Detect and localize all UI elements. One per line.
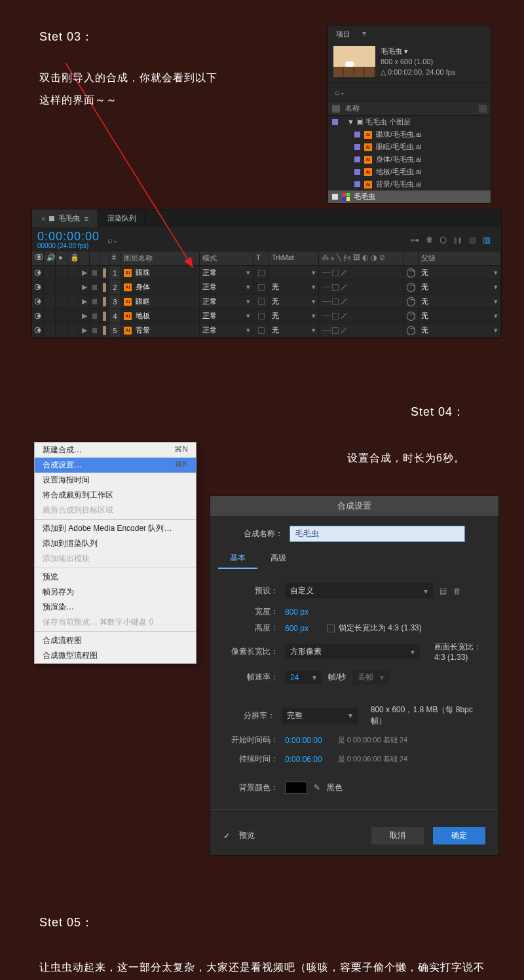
- resolution-dropdown[interactable]: 完整▾: [282, 708, 358, 723]
- preserve-transparency-icon[interactable]: [258, 313, 265, 319]
- timeline-layer-row[interactable]: ▶ 3 Ai眼眶 正常▾ 无▾ 无▾: [32, 295, 501, 309]
- layer-switches[interactable]: [319, 309, 404, 323]
- panel-menu-icon[interactable]: ≡: [361, 28, 367, 41]
- audio-header-icon[interactable]: 🔊: [47, 253, 56, 261]
- project-tab[interactable]: 项目: [335, 28, 352, 41]
- menu-crop-work-area[interactable]: 将合成裁剪到工作区: [35, 488, 196, 503]
- menu-save-frame[interactable]: 帧另存为: [35, 585, 196, 600]
- cancel-button[interactable]: 取消: [371, 827, 424, 844]
- layer-twirl-icon[interactable]: ▶: [79, 309, 90, 323]
- layer-label-color[interactable]: [103, 312, 106, 321]
- par-dropdown[interactable]: 方形像素▾: [285, 644, 420, 659]
- parent-pickwhip-icon[interactable]: [407, 297, 415, 306]
- layer-label-color[interactable]: [103, 283, 106, 292]
- layer-parent-dropdown[interactable]: 无▾: [419, 323, 501, 337]
- project-search[interactable]: ⌕▾: [328, 82, 491, 101]
- project-asset-row[interactable]: Ai地板/毛毛虫.ai: [328, 166, 491, 178]
- timeline-tab-active[interactable]: × 毛毛虫 ≡: [32, 209, 98, 227]
- layer-visibility-icon[interactable]: [35, 313, 41, 319]
- layer-trkmat-dropdown[interactable]: 无▾: [269, 280, 319, 294]
- layer-twirl-icon[interactable]: ▶: [79, 266, 90, 280]
- layer-shy-icon[interactable]: [92, 314, 97, 319]
- layer-twirl-icon[interactable]: ▶: [79, 295, 90, 308]
- layer-parent-dropdown[interactable]: 无▾: [419, 266, 501, 280]
- menu-prerender[interactable]: 预渲染…: [35, 600, 196, 615]
- layer-visibility-icon[interactable]: [35, 327, 41, 333]
- menu-add-to-render-queue[interactable]: 添加到渲染队列: [35, 536, 196, 551]
- timeline-tab-render[interactable]: 渲染队列: [98, 209, 146, 227]
- layer-visibility-icon[interactable]: [35, 284, 41, 290]
- project-asset-row[interactable]: Ai身体/毛毛虫.ai: [328, 153, 491, 166]
- save-preset-icon[interactable]: ▤: [440, 587, 447, 596]
- layer-switches[interactable]: [319, 295, 404, 308]
- preserve-transparency-icon[interactable]: [258, 284, 265, 291]
- tl-tool-icon-2[interactable]: ❋: [426, 235, 433, 245]
- timeline-search[interactable]: ⌕▾: [107, 235, 118, 245]
- preserve-transparency-icon[interactable]: [258, 299, 265, 305]
- tl-tool-icon-5[interactable]: ◎: [469, 235, 476, 245]
- solo-header-icon[interactable]: ●: [58, 253, 63, 261]
- layer-label-color[interactable]: [103, 326, 106, 335]
- layer-visibility-icon[interactable]: [35, 270, 41, 276]
- timeline-layer-row[interactable]: ▶ 2 Ai身体 正常▾ 无▾ 无▾: [32, 280, 501, 295]
- tl-tool-icon-1[interactable]: ⊶: [411, 235, 419, 245]
- layer-shy-icon[interactable]: [92, 270, 97, 276]
- layer-shy-icon[interactable]: [92, 285, 97, 290]
- duration-input[interactable]: 0:00:06:00: [285, 755, 322, 764]
- layer-parent-dropdown[interactable]: 无▾: [419, 309, 501, 323]
- name-column-header[interactable]: 名称: [345, 103, 360, 113]
- menu-flowchart[interactable]: 合成流程图: [35, 633, 196, 648]
- project-asset-row[interactable]: Ai眼珠/毛毛虫.ai: [328, 128, 491, 141]
- tl-tool-icon-4[interactable]: ⫿⫿: [453, 235, 462, 245]
- lock-header-icon[interactable]: 🔒: [70, 253, 79, 261]
- tl-tool-icon-3[interactable]: ⬡: [440, 235, 447, 245]
- preserve-transparency-icon[interactable]: [258, 327, 265, 334]
- timeline-layer-row[interactable]: ▶ 4 Ai地板 正常▾ 无▾ 无▾: [32, 309, 501, 323]
- tab-menu-icon[interactable]: ≡: [84, 215, 88, 223]
- width-value[interactable]: 800 px: [285, 608, 309, 617]
- layer-parent-dropdown[interactable]: 无▾: [419, 295, 501, 308]
- delete-preset-icon[interactable]: 🗑: [453, 587, 461, 596]
- project-asset-row[interactable]: Ai背景/毛毛虫.ai: [328, 178, 491, 191]
- layer-twirl-icon[interactable]: ▶: [79, 280, 90, 294]
- layer-mode-dropdown[interactable]: 正常▾: [200, 280, 253, 294]
- menu-add-to-ame[interactable]: 添加到 Adobe Media Encoder 队列…: [35, 521, 196, 536]
- parent-pickwhip-icon[interactable]: [407, 326, 415, 335]
- layer-trkmat-dropdown[interactable]: 无▾: [269, 323, 319, 337]
- layer-trkmat-dropdown[interactable]: 无▾: [269, 309, 319, 323]
- timeline-layer-row[interactable]: ▶ 1 Ai眼珠 正常▾ ▾ 无▾: [32, 266, 501, 280]
- layer-switches[interactable]: [319, 280, 404, 294]
- comp-thumbnail[interactable]: [333, 46, 375, 77]
- menu-new-comp[interactable]: 新建合成…⌘N: [35, 443, 196, 458]
- layer-label-color[interactable]: [103, 297, 106, 306]
- menu-preview[interactable]: 预览: [35, 570, 196, 585]
- project-folder-row[interactable]: ▼ ▣ 毛毛虫 个图层: [328, 116, 491, 128]
- layer-mode-dropdown[interactable]: 正常▾: [200, 323, 253, 337]
- menu-mini-flowchart[interactable]: 合成微型流程图: [35, 648, 196, 663]
- parent-pickwhip-icon[interactable]: [407, 283, 415, 292]
- preview-checkbox[interactable]: ✓: [223, 831, 230, 841]
- layer-mode-dropdown[interactable]: 正常▾: [200, 266, 253, 280]
- tab-advanced[interactable]: 高级: [259, 549, 298, 569]
- layer-parent-dropdown[interactable]: 无▾: [419, 280, 501, 294]
- layer-mode-dropdown[interactable]: 正常▾: [200, 295, 253, 308]
- layer-visibility-icon[interactable]: [35, 299, 41, 304]
- project-asset-row[interactable]: Ai眼眶/毛毛虫.ai: [328, 141, 491, 153]
- tl-tool-icon-6[interactable]: ▥: [483, 235, 491, 245]
- column-toggle-icon[interactable]: [479, 105, 487, 113]
- layer-switches[interactable]: [319, 266, 404, 280]
- tab-basic[interactable]: 基本: [218, 549, 257, 569]
- layer-label-color[interactable]: [103, 268, 106, 278]
- height-value[interactable]: 600 px: [285, 624, 309, 633]
- preset-dropdown[interactable]: 自定义▾: [285, 583, 433, 598]
- layer-switches[interactable]: [319, 323, 404, 337]
- bg-color-swatch[interactable]: [285, 782, 307, 793]
- timeline-layer-row[interactable]: ▶ 5 Ai背景 正常▾ 无▾ 无▾: [32, 323, 501, 338]
- layer-mode-dropdown[interactable]: 正常▾: [200, 309, 253, 323]
- layer-shy-icon[interactable]: [92, 299, 97, 304]
- layer-twirl-icon[interactable]: ▶: [79, 323, 90, 337]
- fps-dropdown[interactable]: 24▾: [285, 671, 322, 684]
- ok-button[interactable]: 确定: [433, 827, 485, 844]
- preserve-transparency-icon[interactable]: [258, 270, 265, 276]
- menu-comp-settings[interactable]: 合成设置…⌘K: [35, 458, 196, 473]
